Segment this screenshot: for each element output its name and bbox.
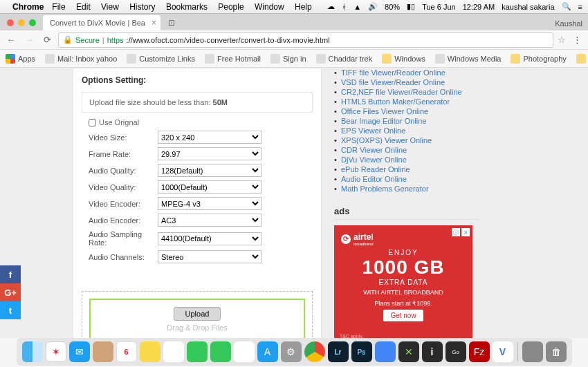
spotlight-icon[interactable]: 🔍 — [562, 2, 571, 11]
dock-photoshop-icon[interactable]: Ps — [351, 341, 372, 362]
sidebar-link[interactable]: ePub Reader Online — [334, 164, 479, 174]
menu-file[interactable]: File — [52, 2, 65, 12]
ad-cta-button[interactable]: Get now — [383, 310, 423, 321]
dock-mail-icon[interactable]: ✉ — [69, 341, 90, 362]
bookmark-item[interactable]: Sign in — [270, 54, 306, 64]
dock-sysprefs-icon[interactable]: ⚙ — [281, 341, 302, 362]
sidebar-link[interactable]: Bear Image Editor Online — [334, 116, 479, 126]
menu-bookmarks[interactable]: Bookmarks — [166, 2, 208, 12]
main-panel: Options Setting: Upload file size should… — [73, 68, 322, 338]
bookmark-item[interactable]: Windows — [382, 54, 425, 64]
dock-downloads-icon[interactable] — [522, 341, 543, 362]
sidebar-link[interactable]: TIFF file Viewer/Reader Online — [334, 68, 479, 77]
menu-people[interactable]: People — [218, 2, 244, 12]
dock-docs-icon[interactable] — [375, 341, 396, 362]
sidebar-link[interactable]: Math Problems Generator — [334, 184, 479, 194]
audio-quality-select[interactable]: 128(Default) — [158, 164, 261, 177]
facebook-share-button[interactable]: f — [0, 265, 21, 283]
fullscreen-window-button[interactable] — [29, 19, 36, 26]
wifi-icon[interactable]: ▲ — [353, 3, 361, 11]
dock-reminders-icon[interactable] — [163, 341, 184, 362]
drop-zone[interactable]: Upload Drag & Drop Files — [82, 291, 313, 338]
audio-sampling-select[interactable]: 44100(Default) — [158, 232, 261, 245]
sidebar-link[interactable]: Office Files Viewer Online — [334, 106, 479, 116]
video-quality-select[interactable]: 1000(Default) — [158, 180, 261, 194]
dock-appstore-icon[interactable]: A — [257, 341, 278, 362]
bookmark-item[interactable]: Customize Links — [127, 54, 195, 64]
dock-facetime-icon[interactable] — [210, 341, 231, 362]
frame-rate-select[interactable]: 29.97 — [158, 147, 261, 160]
dock-calendar-icon[interactable]: 6 — [116, 341, 137, 362]
bookmark-item[interactable]: Photography — [511, 54, 566, 64]
menu-help[interactable]: Help — [295, 2, 312, 12]
ad-banner[interactable]: ⓘ✕ ⟳airtelbroadband ENJOY 1000 GB EXTRA … — [334, 225, 472, 338]
menu-edit[interactable]: Edit — [76, 2, 91, 12]
close-window-button[interactable] — [7, 19, 14, 26]
new-tab-button[interactable]: ⊡ — [165, 18, 178, 28]
sidebar-link[interactable]: VSD file Viewer/Reader Online — [334, 77, 479, 87]
dock-gopro-icon[interactable]: Go — [445, 341, 466, 362]
hamburger-icon[interactable]: ≡ — [578, 3, 582, 11]
dock-contacts-icon[interactable] — [93, 341, 113, 362]
menu-view[interactable]: View — [101, 2, 119, 12]
battery-percent[interactable]: 80% — [385, 3, 400, 11]
video-encoder-select[interactable]: MPEG-4 v3 — [158, 197, 261, 210]
ad-close-icon[interactable]: ✕ — [461, 228, 470, 236]
sidebar-link[interactable]: HTML5 Button Maker/Generator — [334, 97, 479, 106]
googleplus-share-button[interactable]: G+ — [0, 283, 21, 301]
ad-plans: Plans start at ₹1099. — [341, 300, 466, 307]
menu-history[interactable]: History — [129, 2, 155, 12]
menubar-user[interactable]: kaushal sakaria — [502, 3, 554, 11]
bookmark-apps[interactable]: Apps — [6, 54, 35, 64]
browser-tab[interactable]: Convert to DivX Movie | Bea × — [43, 15, 160, 30]
dock-safari-icon[interactable]: ✶ — [46, 341, 66, 362]
bookmark-star-icon[interactable]: ☆ — [558, 35, 566, 45]
minimize-window-button[interactable] — [18, 19, 25, 26]
audio-channels-select[interactable]: Stereo — [158, 250, 261, 263]
battery-icon[interactable]: ▮▯ — [407, 2, 415, 11]
sidebar-link[interactable]: Audio Editor Online — [334, 174, 479, 184]
dock-lightroom-icon[interactable]: Lr — [328, 341, 349, 362]
cloud-icon[interactable]: ☁ — [327, 2, 335, 11]
dock-trash-icon[interactable]: 🗑 — [546, 341, 567, 362]
bookmark-item[interactable]: Free Hotmail — [205, 54, 261, 64]
dock-finder-icon[interactable] — [22, 341, 43, 362]
dock-notes-icon[interactable] — [140, 341, 160, 362]
dock-messages-icon[interactable] — [187, 341, 208, 362]
dock-app-icon[interactable]: i — [422, 341, 443, 362]
menubar-date[interactable]: Tue 6 Jun — [422, 3, 456, 11]
dock-filezilla-icon[interactable]: Fz — [469, 341, 490, 362]
sidebar-link[interactable]: DjVu Viewer Online — [334, 155, 479, 164]
dock-app-icon[interactable]: ✕ — [398, 341, 419, 362]
adchoices-icon[interactable]: ⓘ — [452, 228, 460, 236]
sidebar-link[interactable]: CR2,NEF file Viewer/Reader Online — [334, 87, 479, 97]
video-size-label: Video Size: — [89, 133, 158, 142]
volume-icon[interactable]: 🔊 — [368, 2, 378, 11]
bluetooth-icon[interactable]: ᚼ — [342, 3, 347, 11]
bookmark-item[interactable]: Mail: Inbox yahoo — [45, 54, 117, 64]
upload-button[interactable]: Upload — [174, 307, 221, 321]
bookmarks-bar: Apps Mail: Inbox yahoo Customize Links F… — [0, 50, 588, 68]
dock-app-icon[interactable]: V — [493, 341, 513, 362]
sidebar-link[interactable]: XPS(OXPS) Viewer Online — [334, 135, 479, 145]
audio-encoder-select[interactable]: AC3 — [158, 214, 261, 227]
reload-button[interactable]: ⟳ — [40, 35, 54, 45]
close-tab-icon[interactable]: × — [151, 18, 156, 28]
bookmark-item[interactable]: Chaddar trek — [316, 54, 373, 64]
address-bar[interactable]: 🔒 Secure | https://www.ofoct.com/video-c… — [58, 32, 553, 48]
sidebar-link[interactable]: CDR Viewer Online — [334, 145, 479, 155]
menu-window[interactable]: Window — [255, 2, 284, 12]
twitter-share-button[interactable]: t — [0, 301, 21, 319]
bookmark-item[interactable]: Windows Media — [435, 54, 502, 64]
bookmark-item[interactable]: Imported From IE — [576, 54, 588, 64]
profile-label[interactable]: Kaushal — [555, 19, 582, 28]
menubar-time[interactable]: 12:29 AM — [463, 3, 495, 11]
menubar-app-name[interactable]: Chrome — [12, 2, 44, 12]
video-size-select[interactable]: 320 x 240 — [158, 131, 261, 144]
chrome-menu-icon[interactable]: ⋮ — [570, 35, 584, 45]
dock-photos-icon[interactable] — [234, 341, 255, 362]
sidebar-link[interactable]: EPS Viewer Online — [334, 126, 479, 135]
back-button[interactable]: ← — [4, 35, 18, 45]
dock-chrome-icon[interactable] — [304, 341, 325, 362]
use-original-checkbox[interactable] — [89, 119, 96, 126]
